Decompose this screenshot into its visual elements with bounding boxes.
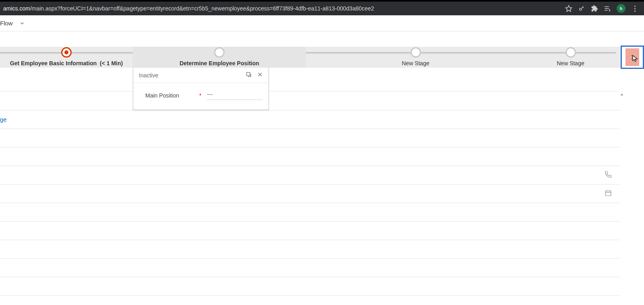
required-mark: *: [199, 92, 201, 99]
dock-icon[interactable]: [246, 72, 252, 79]
stage-label: Determine Employee Position: [180, 60, 259, 66]
flyout-header: Inactive: [133, 68, 268, 83]
stage-node: [566, 47, 576, 58]
form-row[interactable]: [0, 222, 620, 240]
bpf-stage-4[interactable]: New Stage: [525, 47, 616, 68]
url-path: /main.aspx?forceUCI=1&navbar=off&pagetyp…: [30, 5, 374, 12]
reading-list-icon[interactable]: [604, 5, 611, 12]
bpf-stage-3[interactable]: New Stage: [306, 47, 525, 68]
form-row[interactable]: [0, 147, 620, 166]
extensions-icon[interactable]: [591, 5, 598, 12]
form-row[interactable]: [0, 91, 620, 110]
form-row[interactable]: [0, 259, 620, 277]
menu-icon[interactable]: [631, 5, 638, 12]
svg-marker-0: [566, 6, 572, 12]
form-row[interactable]: [0, 240, 620, 259]
stage-duration: (< 1 Min): [100, 60, 123, 66]
scroll-up-icon[interactable]: [619, 92, 625, 98]
command-bar: Flow: [0, 15, 644, 31]
form-row-date[interactable]: [0, 185, 620, 203]
profile-avatar[interactable]: h: [617, 4, 625, 13]
bpf-stage-1[interactable]: Get Employee Basic Information (< 1 Min): [0, 47, 133, 68]
main-position-field[interactable]: Main Position * ---: [145, 91, 263, 100]
svg-rect-5: [247, 73, 250, 76]
vertical-scrollbar[interactable]: [619, 91, 625, 305]
flyout-status: Inactive: [139, 72, 158, 79]
cursor-icon: [632, 54, 639, 63]
stage-node: [214, 47, 225, 58]
page-url: amics.com/main.aspx?forceUCI=1&navbar=of…: [3, 5, 374, 12]
field-value[interactable]: ---: [207, 91, 263, 100]
browser-address-bar: amics.com/main.aspx?forceUCI=1&navbar=of…: [0, 2, 644, 15]
form-body: ge: [0, 91, 644, 305]
stage-label: New Stage: [557, 60, 584, 66]
flow-menu[interactable]: Flow: [0, 20, 13, 27]
bpf-stage-2[interactable]: Determine Employee Position Inactive Mai…: [133, 47, 306, 68]
flyout-body: Main Position * ---: [133, 83, 268, 110]
star-icon[interactable]: [565, 5, 572, 12]
chevron-down-icon[interactable]: [19, 21, 25, 26]
svg-rect-8: [605, 191, 611, 196]
form-row[interactable]: ge: [0, 110, 620, 129]
close-icon[interactable]: [257, 72, 263, 79]
form-row[interactable]: [0, 129, 620, 147]
stage-node: [411, 47, 421, 58]
avatar-initial: h: [620, 6, 623, 11]
link-fragment[interactable]: ge: [0, 116, 7, 123]
stage-node-completed: [61, 47, 72, 58]
svg-point-1: [580, 8, 582, 10]
form-row[interactable]: [0, 203, 620, 222]
form-row-phone[interactable]: [0, 166, 620, 185]
url-domain: amics.com: [3, 5, 30, 12]
browser-action-icons: h: [565, 4, 641, 13]
field-label: Main Position: [145, 92, 190, 99]
stage-label: New Stage: [402, 60, 429, 66]
business-process-flow: Get Employee Basic Information (< 1 Min)…: [0, 47, 644, 68]
phone-icon[interactable]: [605, 171, 612, 179]
form-row[interactable]: [0, 277, 620, 296]
next-stage-button[interactable]: [621, 46, 644, 69]
svg-marker-12: [621, 94, 623, 95]
stage-label: Get Employee Basic Information: [10, 60, 97, 66]
key-icon[interactable]: [578, 5, 585, 12]
calendar-icon[interactable]: [605, 189, 612, 198]
spacer: [0, 31, 644, 47]
stage-flyout: Inactive Main Position * ---: [133, 68, 269, 110]
